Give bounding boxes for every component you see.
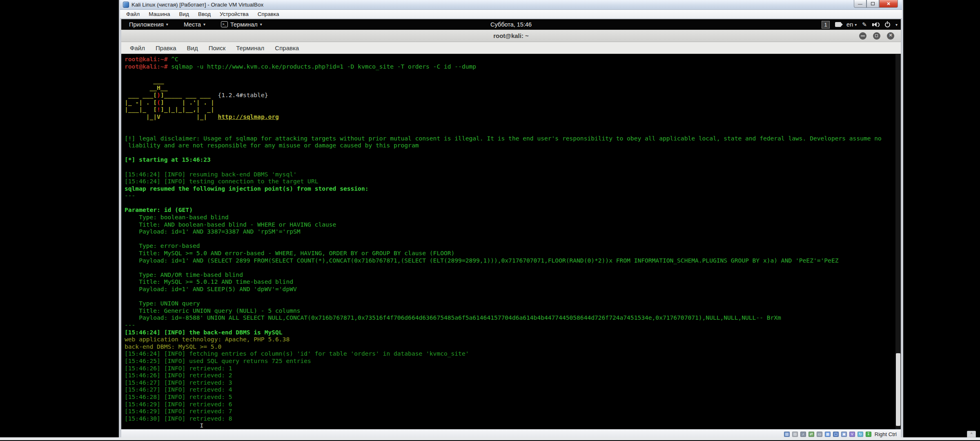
- terminal-menu-file[interactable]: Файл: [125, 43, 150, 53]
- host-key-label: Right Ctrl: [875, 431, 897, 437]
- terminal-line: [*] starting at 15:46:23: [125, 156, 901, 163]
- terminal-line: [125, 293, 901, 300]
- terminal-appmenu[interactable]: >_ Терминал ▾: [221, 21, 262, 28]
- terminal-line: ---: [125, 321, 901, 329]
- usb-icon[interactable]: ▭: [817, 432, 822, 437]
- terminal-line: [125, 120, 901, 127]
- terminal-line: [15:46:29] [INFO] retrieved: 7: [125, 408, 901, 415]
- vbox-menu-devices[interactable]: Устройства: [215, 10, 253, 18]
- applications-menu[interactable]: Приложения ▾: [129, 21, 168, 28]
- keyboard-layout-indicator[interactable]: en ▾: [846, 21, 857, 28]
- chevron-down-icon: ▾: [260, 22, 262, 27]
- chevron-down-icon: ▾: [855, 22, 857, 27]
- terminal-line: |___|_ [!]_|_|_|__,| _|: [125, 106, 901, 113]
- vbox-menu-help[interactable]: Справка: [253, 10, 284, 18]
- volume-wave: [878, 22, 880, 27]
- applications-label: Приложения: [129, 21, 164, 28]
- terminal-menu-view[interactable]: Вид: [182, 43, 203, 53]
- virtualbox-app-icon: [123, 2, 129, 8]
- terminal-menu-edit[interactable]: Правка: [150, 43, 182, 53]
- terminal-menu-terminal[interactable]: Терминал: [231, 43, 270, 53]
- power-icon[interactable]: [885, 22, 890, 27]
- terminal-menu-help[interactable]: Справка: [270, 43, 304, 53]
- terminal-line: [!] legal disclaimer: Usage of sqlmap fo…: [125, 135, 901, 142]
- vbox-window-controls: — ✕: [854, 0, 898, 8]
- features-icon[interactable]: V: [849, 432, 855, 437]
- terminal-line: [125, 199, 901, 207]
- download-icon[interactable]: ↧: [866, 432, 871, 437]
- terminal-appmenu-label: Терминал: [230, 21, 258, 28]
- audio-icon[interactable]: ♪: [800, 432, 806, 437]
- minimize-button[interactable]: —: [854, 0, 866, 8]
- terminal-menubar: ФайлПравкаВидПоискТерминалСправка: [121, 42, 901, 54]
- terminal-line: Type: UNION query: [125, 300, 901, 307]
- terminal-line: Type: AND/OR time-based blind: [125, 271, 901, 278]
- scrollbar-thumb[interactable]: [896, 353, 900, 426]
- terminal-line: [15:46:24] [INFO] resuming back-end DBMS…: [125, 171, 901, 178]
- virtualbox-window: Kali Linux (чистая) [Работает] - Oracle …: [119, 0, 903, 439]
- terminal-line: [15:46:26] [INFO] retrieved: 2: [125, 372, 901, 379]
- seamless-icon[interactable]: ▣: [841, 432, 847, 437]
- vbox-menu-view[interactable]: Вид: [174, 10, 193, 18]
- host-tray-chevron-icon[interactable]: ^: [967, 431, 976, 437]
- state-icon[interactable]: ↻: [858, 432, 863, 437]
- terminal-line: Title: MySQL >= 5.0 AND error-based - WH…: [125, 249, 901, 257]
- terminal-line: back-end DBMS: MySQL >= 5.0: [125, 343, 901, 350]
- hard-disk-icon[interactable]: ▤: [784, 432, 790, 437]
- vm-screen: Приложения ▾ Места ▾ >_ Терминал ▾ Суббо…: [121, 19, 901, 429]
- network-icon[interactable]: ⇄: [808, 432, 814, 437]
- camera-icon[interactable]: [835, 22, 841, 27]
- terminal-line: [15:46:24] [INFO] testing connection to …: [125, 178, 901, 185]
- terminal-line: [15:46:27] [INFO] retrieved: 3: [125, 379, 901, 386]
- volume-speaker-cone: [874, 22, 877, 27]
- close-button[interactable]: ✕: [879, 0, 898, 8]
- terminal-line: I: [125, 422, 901, 429]
- workspace-indicator[interactable]: 1: [822, 21, 830, 29]
- maximize-icon: [875, 34, 878, 37]
- optical-disk-icon[interactable]: ◎: [792, 432, 798, 437]
- minimize-icon: [861, 36, 865, 36]
- terminal-line: Title: MySQL >= 5.0.12 AND time-based bl…: [125, 278, 901, 285]
- places-label: Места: [184, 21, 201, 28]
- terminal-line: root@kali:~# ^C: [125, 56, 901, 63]
- terminal-line: [15:46:27] [INFO] retrieved: 4: [125, 386, 901, 393]
- terminal-minimize-button[interactable]: [859, 32, 866, 40]
- vbox-menu-file[interactable]: Файл: [122, 10, 144, 18]
- restore-button[interactable]: [866, 0, 879, 8]
- host-desktop: Kali Linux (чистая) [Работает] - Oracle …: [0, 0, 980, 441]
- terminal-line: [125, 149, 901, 156]
- vbox-menu-input[interactable]: Ввод: [194, 10, 215, 18]
- chevron-down-icon[interactable]: ▾: [895, 22, 898, 27]
- terminal-line: Title: Generic UNION query (NULL) - 5 co…: [125, 307, 901, 314]
- terminal-line: Payload: id=1' AND (SELECT 2899 FROM(SEL…: [125, 257, 901, 264]
- terminal-line: liability and are not responsible for an…: [125, 142, 901, 149]
- terminal-scrollbar[interactable]: [895, 54, 901, 429]
- terminal-line: [15:46:24] [INFO] the back-end DBMS is M…: [125, 329, 901, 336]
- terminal-menu-search[interactable]: Поиск: [203, 43, 231, 53]
- display-icon[interactable]: ▢: [833, 432, 839, 437]
- panel-clock[interactable]: Суббота, 15:46: [490, 21, 532, 28]
- injector-icon[interactable]: ✎: [862, 21, 867, 28]
- terminal-maximize-button[interactable]: [873, 32, 880, 40]
- terminal-line: sqlmap resumed the following injection p…: [125, 185, 901, 192]
- terminal-titlebar[interactable]: root@kali: ~ ✕: [121, 30, 901, 42]
- terminal-line: [15:46:26] [INFO] retrieved: 1: [125, 365, 901, 372]
- vbox-titlebar[interactable]: Kali Linux (чистая) [Работает] - Oracle …: [120, 0, 902, 10]
- vbox-menu-machine[interactable]: Машина: [144, 10, 174, 18]
- terminal-close-button[interactable]: ✕: [887, 32, 894, 40]
- shared-folders-icon[interactable]: ▦: [825, 432, 831, 437]
- places-menu[interactable]: Места ▾: [184, 21, 205, 28]
- terminal-line: [125, 235, 901, 243]
- terminal-output[interactable]: root@kali:~# ^Croot@kali:~# sqlmap -u ht…: [121, 54, 901, 429]
- terminal-line: [15:46:29] [INFO] retrieved: 6: [125, 401, 901, 408]
- terminal-title: root@kali: ~: [493, 32, 529, 39]
- terminal-line: ___ ___[)]_____ ___ ___ {1.2.4#stable}: [125, 91, 901, 99]
- volume-icon[interactable]: [872, 22, 880, 27]
- kali-top-panel: Приложения ▾ Места ▾ >_ Терминал ▾ Суббо…: [121, 19, 901, 30]
- panel-system-tray: 1 en ▾ ✎ ▾: [822, 19, 898, 30]
- keyboard-layout-label: en: [846, 21, 853, 28]
- chevron-down-icon: ▾: [203, 22, 205, 27]
- host-taskbar-strip[interactable]: [0, 437, 980, 440]
- terminal-line: [125, 264, 901, 271]
- terminal-line: web application technology: Apache, PHP …: [125, 336, 901, 343]
